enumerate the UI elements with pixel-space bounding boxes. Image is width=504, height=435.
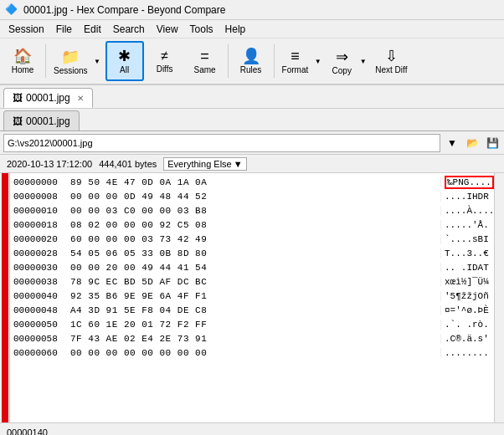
toolbar-btn-copy-arrow[interactable]: ▼ — [357, 41, 369, 81]
toolbar-btn-next-diff[interactable]: ⇩Next Diff — [371, 41, 411, 81]
menu-bar: SessionFileEditSearchViewToolsHelp — [0, 20, 504, 38]
hex-bytes: 89 50 4E 47 0D 0A 1A 0A — [70, 177, 440, 187]
tab-left-label: 00001.jpg — [26, 92, 70, 104]
toolbar-btn-all[interactable]: ✱All — [105, 41, 144, 81]
toolbar-icon-all: ✱ — [118, 49, 131, 64]
hex-row[interactable]: 0000003878 9C EC BD 5D AF DC BCxœì½]¯Ü¼ — [10, 274, 504, 289]
hex-addr: 00000028 — [13, 248, 70, 258]
hex-bytes: 7F 43 AE 02 E4 2E 73 91 — [70, 334, 440, 344]
toolbar-separator — [228, 44, 229, 78]
tab-right[interactable]: 🖼 00001.jpg — [3, 110, 80, 130]
hex-row[interactable]: 00000048A4 3D 91 5E F8 04 DE C8¤='^ø.ÞÈ — [10, 303, 504, 317]
toolbar-btn-format-main[interactable]: ≡Format — [278, 41, 313, 81]
toolbar-btn-format-arrow[interactable]: ▼ — [312, 41, 324, 81]
menu-item-file[interactable]: File — [51, 22, 77, 37]
status-text: 00000140 — [7, 427, 48, 436]
title-bar: 🔷 00001.jpg - Hex Compare - Beyond Compa… — [0, 0, 504, 20]
hex-view[interactable]: 0000000089 50 4E 47 0D 0A 1A 0A‰PNG....0… — [10, 173, 504, 422]
info-filter-arrow: ▼ — [234, 159, 243, 169]
hex-row[interactable]: 0000003000 00 20 00 49 44 41 54.. .IDAT — [10, 260, 504, 274]
hex-bytes: 08 02 00 00 00 92 C5 08 — [70, 220, 440, 230]
toolbar-btn-copy[interactable]: ⇒Copy▼ — [326, 41, 369, 81]
title-text: 00001.jpg - Hex Compare - Beyond Compare — [23, 4, 225, 16]
menu-item-help[interactable]: Help — [220, 22, 251, 37]
toolbar-label-all: All — [120, 65, 129, 74]
hex-addr: 00000008 — [13, 192, 70, 202]
info-filter-label: Everything Else — [167, 159, 231, 169]
toolbar-btn-same[interactable]: =Same — [186, 41, 224, 81]
toolbar-icon-rules: 👤 — [242, 49, 260, 64]
hex-bytes: 00 00 00 0D 49 48 44 52 — [70, 192, 440, 202]
address-dropdown-btn[interactable]: ▼ — [444, 135, 460, 151]
hex-row[interactable]: 0000006000 00 00 00 00 00 00 00........ — [10, 345, 504, 360]
hex-row[interactable]: 0000001000 00 03 C0 00 00 03 B8....À.... — [10, 203, 504, 218]
hex-ascii: .....'Å. — [440, 220, 501, 230]
hex-bytes: A4 3D 91 5E F8 04 DE C8 — [70, 305, 440, 315]
toolbar-btn-sessions[interactable]: 📁Sessions▼ — [49, 41, 104, 81]
menu-item-search[interactable]: Search — [108, 22, 150, 37]
tab-left-icon: 🖼 — [13, 92, 23, 104]
hex-row[interactable]: 0000001808 02 00 00 00 92 C5 08.....'Å. — [10, 218, 504, 232]
toolbar-btn-format[interactable]: ≡Format▼ — [278, 41, 325, 81]
toolbar-btn-sessions-arrow[interactable]: ▼ — [92, 41, 104, 81]
toolbar-btn-sessions-main[interactable]: 📁Sessions — [49, 41, 92, 81]
toolbar-label-home: Home — [12, 65, 34, 74]
toolbar-btn-home[interactable]: 🏠Home — [3, 41, 42, 81]
toolbar-btn-diffs[interactable]: ≠Diffs — [146, 41, 184, 81]
hex-bytes: 1C 60 1E 20 01 72 F2 FF — [70, 320, 440, 330]
hex-addr: 00000048 — [13, 305, 70, 315]
hex-row[interactable]: 0000000800 00 00 0D 49 48 44 52....IHDR — [10, 189, 504, 203]
hex-addr: 00000050 — [13, 320, 70, 330]
hex-bytes: 54 05 06 05 33 0B 8D 80 — [70, 248, 440, 258]
scrollbar-track[interactable] — [494, 173, 504, 422]
menu-item-session[interactable]: Session — [3, 22, 49, 37]
hex-addr: 00000060 — [13, 348, 70, 358]
tab-left-close[interactable]: ✕ — [77, 94, 84, 103]
hex-addr: 00000038 — [13, 277, 70, 287]
toolbar-icon-next-diff: ⇩ — [385, 49, 398, 64]
hex-row[interactable]: 000000587F 43 AE 02 E4 2E 73 91.C®.ä.s' — [10, 331, 504, 345]
hex-ascii: .`. .rò. — [440, 320, 501, 330]
diff-indicator — [0, 173, 10, 422]
hex-row[interactable]: 0000002060 00 00 00 03 73 42 49`....sBI — [10, 232, 504, 246]
hex-addr: 00000020 — [13, 234, 70, 244]
toolbar-label-same: Same — [194, 65, 216, 74]
address-save-btn[interactable]: 💾 — [484, 135, 501, 151]
hex-row[interactable]: 0000000089 50 4E 47 0D 0A 1A 0A‰PNG.... — [10, 175, 504, 189]
address-input[interactable] — [3, 134, 440, 152]
hex-bytes: 00 00 00 00 00 00 00 00 — [70, 348, 440, 358]
toolbar-btn-rules[interactable]: 👤Rules — [232, 41, 270, 81]
hex-row[interactable]: 0000002854 05 06 05 33 0B 8D 80T...3..€ — [10, 246, 504, 260]
hex-row[interactable]: 0000004092 35 B6 9E 9E 6A 4F F1'5¶žžjOñ — [10, 289, 504, 303]
hex-addr: 00000018 — [13, 220, 70, 230]
info-date: 2020-10-13 17:12:00 — [7, 159, 92, 169]
toolbar-separator — [274, 44, 275, 78]
address-folder-btn[interactable]: 📂 — [464, 135, 481, 151]
tab-bar-right: 🖼 00001.jpg — [0, 108, 504, 131]
toolbar: 🏠Home📁Sessions▼✱All≠Diffs=Same👤Rules≡For… — [0, 38, 504, 85]
info-size: 444,401 bytes — [99, 159, 157, 169]
tab-right-label: 00001.jpg — [26, 115, 70, 127]
tab-left[interactable]: 🖼 00001.jpg ✕ — [3, 88, 93, 108]
hex-ascii: xœì½]¯Ü¼ — [440, 277, 501, 287]
hex-ascii: .C®.ä.s' — [440, 334, 501, 344]
hex-ascii: ‰PNG.... — [440, 177, 501, 187]
info-filter-dropdown[interactable]: Everything Else ▼ — [163, 157, 246, 171]
hex-addr: 00000058 — [13, 334, 70, 344]
hex-ascii: `....sBI — [440, 234, 501, 244]
hex-bytes: 00 00 03 C0 00 00 03 B8 — [70, 206, 440, 216]
toolbar-btn-copy-main[interactable]: ⇒Copy — [326, 41, 357, 81]
toolbar-icon-home: 🏠 — [13, 49, 32, 64]
address-bar: ▼ 📂 💾 — [0, 131, 504, 155]
toolbar-label-diffs: Diffs — [157, 64, 173, 74]
menu-item-edit[interactable]: Edit — [79, 22, 106, 37]
hex-addr: 00000030 — [13, 263, 70, 273]
menu-item-view[interactable]: View — [152, 22, 183, 37]
toolbar-label-next-diff: Next Diff — [375, 65, 407, 74]
toolbar-separator — [45, 44, 46, 78]
hex-addr: 00000010 — [13, 206, 70, 216]
info-bar: 2020-10-13 17:12:00 444,401 bytes Everyt… — [0, 155, 504, 173]
hex-row[interactable]: 000000501C 60 1E 20 01 72 F2 FF.`. .rò. — [10, 317, 504, 331]
hex-ascii: ....IHDR — [440, 192, 501, 202]
menu-item-tools[interactable]: Tools — [185, 22, 219, 37]
